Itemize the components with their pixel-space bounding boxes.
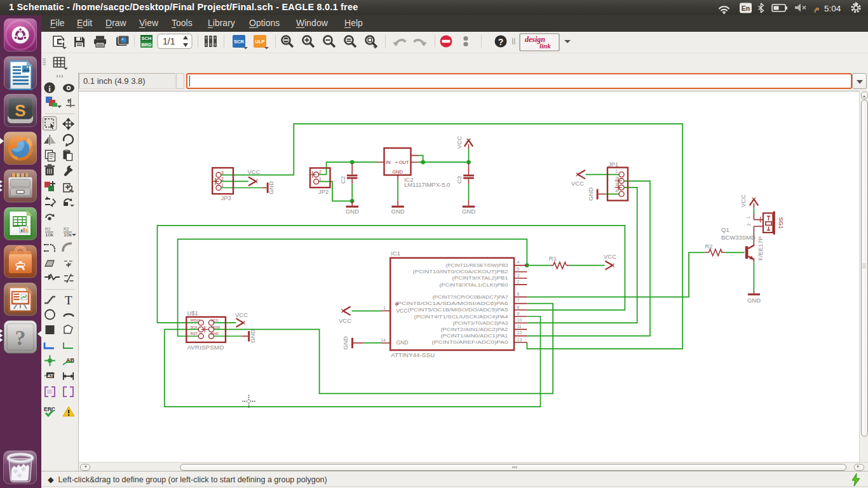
svg-text:3: 3 [517,273,520,278]
svg-text:3: 3 [221,170,224,175]
svg-text:VCC: VCC [248,168,261,175]
svg-text:5: 5 [517,267,520,271]
svg-text:2: 2 [221,177,224,181]
svg-text:BCW33SMD: BCW33SMD [721,234,756,241]
svg-text:(PCINT4/T1/SCL/USCK/ADC4)PA4: (PCINT4/T1/SCL/USCK/ADC4)PA4 [414,314,508,320]
svg-text:IC1: IC1 [391,250,400,257]
svg-text:10: 10 [517,318,522,322]
svg-text:LM1117IMPX-5.0: LM1117IMPX-5.0 [404,181,451,188]
svg-text:(PCINT10/INT0/OC0A/CKOUT)PB2: (PCINT10/INT0/OC0A/CKOUT)PB2 [413,269,508,274]
svg-text:GND: GND [249,329,256,342]
svg-text:ULP: ULP [255,39,265,44]
svg-text:GND: GND [342,336,349,349]
svg-text:(PCINT6/OC1A/SDA/MOSI/ADC6)PA6: (PCINT6/OC1A/SDA/MOSI/ADC6)PA6 [395,301,508,306]
svg-text:SCK: SCK [191,325,198,329]
svg-text:GND: GND [211,332,219,336]
svg-text:م: م [814,3,820,13]
svg-text:MISO: MISO [191,318,200,322]
svg-text:GND: GND [396,339,408,346]
svg-text:3: 3 [615,182,618,187]
svg-text:+: + [395,301,399,308]
svg-text:ATTINY44-SSU: ATTINY44-SSU [391,351,435,358]
svg-text:BRD: BRD [141,42,152,48]
svg-text:VCC: VCC [604,253,616,260]
svg-text:VCC: VCC [571,180,584,187]
svg-text:+: + [395,159,398,165]
svg-text:GND: GND [747,297,761,304]
svg-text:JP3: JP3 [221,194,231,201]
svg-text:SCH: SCH [142,36,152,41]
svg-text:i: i [48,84,51,93]
svg-text:VCC: VCC [456,136,463,149]
svg-text:VCC: VCC [396,308,407,314]
svg-text:6: 6 [517,292,520,296]
svg-text:U$1: U$1 [187,309,198,316]
svg-text:AB: AB [66,357,74,363]
svg-text:(PCINT0/AREF/ADC0)PA0: (PCINT0/AREF/ADC0)PA0 [432,339,508,345]
svg-text:F/EE17P: F/EE17P [757,236,764,261]
svg-text:GND: GND [462,208,475,215]
svg-text:2: 2 [517,280,520,284]
svg-text:11: 11 [517,324,522,329]
svg-text:R2: R2 [64,227,69,231]
svg-text:4: 4 [517,260,520,264]
svg-text:?: ? [498,37,504,47]
svg-text:(PCINT1/AIN0/ADC1)PA1: (PCINT1/AIN0/ADC1)PA1 [441,333,508,339]
svg-text:link: link [539,42,551,50]
svg-text:9: 9 [517,311,520,316]
svg-text:R2: R2 [705,243,713,250]
svg-text:VCC: VCC [740,194,747,207]
svg-text:VCC: VCC [235,311,248,318]
svg-text:12: 12 [517,330,522,335]
svg-text:GND: GND [346,208,359,215]
svg-text:Q1: Q1 [721,226,729,233]
svg-text:5:04: 5:04 [824,4,841,13]
svg-text:En: En [742,4,750,12]
svg-text:1/1: 1/1 [163,36,175,46]
svg-text:C3: C3 [456,176,463,184]
svg-text:SCR: SCR [234,39,244,44]
svg-text:RST: RST [191,332,198,336]
svg-text:8: 8 [517,305,520,309]
svg-text:10k: 10k [64,232,72,238]
svg-text:4: 4 [615,189,618,193]
svg-text:(PCINT2/AIN1/ADC2)PA2: (PCINT2/AIN1/ADC2)PA2 [441,327,508,332]
svg-text:GND: GND [268,181,275,194]
svg-text:GND: GND [391,208,405,215]
svg-text:1: 1 [319,177,322,181]
svg-text:GND: GND [392,169,403,175]
svg-text:2: 2 [319,170,322,174]
svg-text:13: 13 [517,337,522,342]
svg-text:AT: AT [48,373,54,379]
svg-text:2: 2 [615,176,618,180]
svg-text:T: T [65,294,72,307]
svg-text:VCC: VCC [211,318,219,322]
svg-text:(PCINT8/XTAL1/CLKI)PB0: (PCINT8/XTAL1/CLKI)PB0 [440,282,508,288]
svg-text:14: 14 [381,338,386,342]
svg-text:(PCINT7/ICP/OC0B/ADC7)PA7: (PCINT7/ICP/OC0B/ADC7)PA7 [433,294,508,300]
svg-text:OUT: OUT [399,159,409,165]
svg-text:(PCINT11/RESET/DW)PB3: (PCINT11/RESET/DW)PB3 [446,262,508,268]
svg-text:2: 2 [747,223,751,226]
svg-text:R2: R2 [45,227,51,231]
svg-text:(PCINT3/T0/ADC3)PA3: (PCINT3/T0/ADC3)PA3 [453,320,508,326]
svg-text:1: 1 [615,169,618,173]
svg-text:JP1: JP1 [608,161,618,168]
svg-text:IN: IN [386,159,391,165]
svg-text:R1: R1 [549,255,557,262]
svg-text:1: 1 [383,306,386,310]
svg-text:SG1: SG1 [778,217,785,229]
svg-text:JP2: JP2 [318,188,329,195]
svg-text:GND: GND [587,187,594,201]
svg-text:ERC: ERC [44,406,55,412]
svg-text:1: 1 [221,183,224,187]
svg-text:C2: C2 [339,176,346,184]
svg-text:7: 7 [517,298,520,302]
svg-text:10k: 10k [45,232,54,238]
svg-text:(PCINT5/OC1B/MISO/DO/ADC5)PA5: (PCINT5/OC1B/MISO/DO/ADC5)PA5 [408,307,508,313]
svg-text:(PCINT9/XTAL2)PB1: (PCINT9/XTAL2)PB1 [452,275,508,281]
svg-text:MOSI: MOSI [211,325,220,329]
svg-text:VCC: VCC [339,317,351,324]
svg-text:1: 1 [747,216,751,219]
svg-text:AVRISPSMD: AVRISPSMD [187,344,224,351]
